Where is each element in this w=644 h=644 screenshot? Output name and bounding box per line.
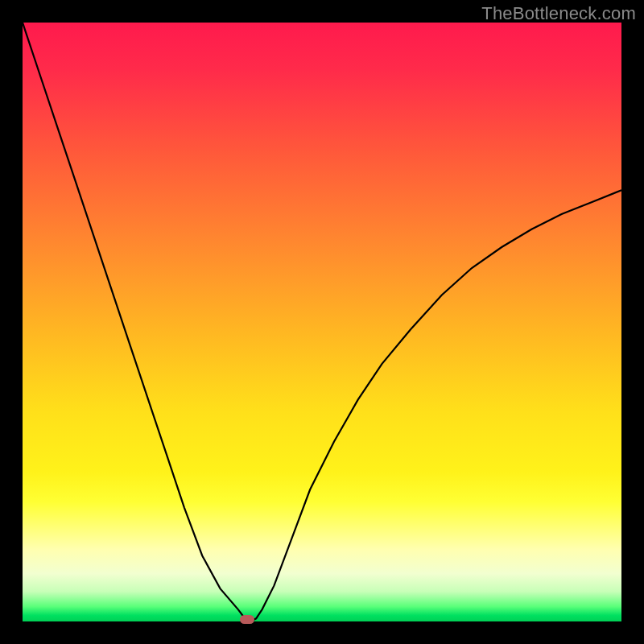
plot-area bbox=[23, 23, 621, 621]
watermark-text: TheBottleneck.com bbox=[481, 3, 636, 24]
optimum-marker bbox=[240, 615, 254, 624]
chart-frame: TheBottleneck.com bbox=[0, 0, 644, 644]
curve-svg bbox=[23, 23, 621, 621]
bottleneck-curve bbox=[23, 23, 621, 621]
